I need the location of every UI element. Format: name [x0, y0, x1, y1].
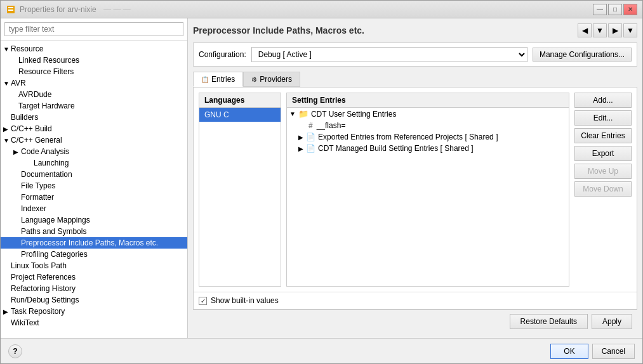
window-title: Properties for arv-nixie — — —	[20, 5, 593, 14]
cancel-button[interactable]: Cancel	[592, 344, 635, 359]
settings-header: Setting Entries	[287, 93, 569, 108]
tree-item-linux-tools[interactable]: ▶Linux Tools Path	[1, 260, 187, 271]
properties-window: Properties for arv-nixie — — — — □ ✕ ▼Re…	[0, 0, 643, 364]
config-label: Configuration:	[199, 50, 246, 59]
tab-entries[interactable]: 📋 Entries	[193, 72, 243, 87]
languages-pane: Languages GNU C	[199, 93, 281, 287]
export-button[interactable]: Export	[574, 146, 632, 161]
tree-item-preprocessor-include[interactable]: ▶Preprocessor Include Paths, Macros etc.	[1, 237, 187, 249]
tree-item-cpp-build[interactable]: ▶C/C++ Build	[1, 123, 187, 134]
cdt-managed-label: CDT Managed Build Setting Entries [ Shar…	[318, 144, 474, 153]
nav-dropdown-button[interactable]: ▼	[593, 23, 607, 37]
forward-dropdown-icon: ▼	[626, 26, 634, 35]
move-down-button[interactable]: Move Down	[574, 181, 632, 197]
setting-row-cdt-user[interactable]: ▼ 📁 CDT User Setting Entries	[287, 108, 569, 120]
help-button[interactable]: ?	[8, 344, 22, 358]
tree-item-avrdude[interactable]: AVRDude	[1, 89, 187, 100]
restore-defaults-button[interactable]: Restore Defaults	[510, 314, 588, 329]
window-icon	[6, 4, 16, 15]
tree-item-launching[interactable]: ▶Launching	[1, 157, 187, 169]
hash-icon: #	[308, 121, 313, 130]
tree-item-target-hardware[interactable]: Target Hardware	[1, 100, 187, 112]
maximize-button[interactable]: □	[608, 4, 622, 15]
svg-rect-2	[8, 10, 13, 11]
titlebar: Properties for arv-nixie — — — — □ ✕	[1, 1, 642, 18]
tree-item-profiling-categories[interactable]: ▶Profiling Categories	[1, 249, 187, 260]
tree-item-refactoring-history[interactable]: ▶Refactoring History	[1, 283, 187, 294]
minimize-button[interactable]: —	[593, 4, 607, 15]
cdt-user-label: CDT User Setting Entries	[311, 110, 397, 119]
tree-item-language-mappings[interactable]: ▶Language Mappings	[1, 214, 187, 226]
tree-item-run-debug[interactable]: ▶Run/Debug Settings	[1, 294, 187, 306]
tree-item-project-references[interactable]: ▶Project References	[1, 271, 187, 283]
expand-exported-icon: ▶	[298, 134, 303, 141]
providers-tab-label: Providers	[260, 75, 292, 84]
left-panel: ▼Resource Linked Resources Resource Filt…	[1, 18, 188, 338]
tree-item-avr[interactable]: ▼AVR	[1, 77, 187, 89]
edit-button[interactable]: Edit...	[574, 110, 632, 126]
tree-item-builders[interactable]: ▶Builders	[1, 112, 187, 123]
nav-forward-button[interactable]: ▶	[608, 23, 622, 37]
tree-item-linked-resources[interactable]: Linked Resources	[1, 55, 187, 66]
ok-button[interactable]: OK	[550, 344, 588, 359]
tree-item-formatter[interactable]: ▶Formatter	[1, 192, 187, 203]
main-content: ▼Resource Linked Resources Resource Filt…	[1, 18, 642, 338]
tree-item-cpp-general[interactable]: ▼C/C++ General	[1, 134, 187, 146]
setting-row-flash[interactable]: # __flash=	[287, 120, 569, 131]
tree: ▼Resource Linked Resources Resource Filt…	[1, 41, 187, 338]
tree-item-indexer[interactable]: ▶Indexer	[1, 203, 187, 214]
tabs: 📋 Entries ⚙ Providers	[193, 72, 637, 87]
window-controls: — □ ✕	[593, 4, 637, 15]
entries-area: Languages GNU C Setting Entries ▼ 📁 CDT …	[194, 88, 637, 292]
title-suffix: — — —	[103, 5, 131, 14]
panel-title: Preprocessor Include Paths, Macros etc.	[193, 25, 364, 36]
apply-button[interactable]: Apply	[592, 314, 632, 329]
tree-item-documentation[interactable]: ▶Documentation	[1, 169, 187, 180]
panel-header: Preprocessor Include Paths, Macros etc. …	[193, 23, 637, 37]
folder2-icon: 📄	[306, 133, 315, 141]
language-item-gnu-c[interactable]: GNU C	[199, 108, 281, 122]
config-row: Configuration: Debug [ Active ] Manage C…	[193, 42, 637, 67]
dropdown-arrow-icon: ▼	[596, 26, 604, 35]
entries-tab-label: Entries	[211, 75, 235, 84]
tree-item-resource-filters[interactable]: Resource Filters	[1, 66, 187, 77]
show-builtin-label: Show built-in values	[211, 296, 279, 305]
right-panel: Preprocessor Include Paths, Macros etc. …	[188, 18, 642, 338]
bottom-buttons: Restore Defaults Apply	[193, 309, 637, 333]
panel-nav: ◀ ▼ ▶ ▼	[578, 23, 637, 37]
move-up-button[interactable]: Move Up	[574, 164, 632, 179]
config-select[interactable]: Debug [ Active ]	[251, 47, 527, 62]
tab-providers[interactable]: ⚙ Providers	[243, 72, 300, 87]
forward-arrow-icon: ▶	[613, 26, 618, 35]
folder3-icon: 📄	[306, 144, 315, 153]
tree-item-resource[interactable]: ▼Resource	[1, 43, 187, 55]
tree-item-wikitext[interactable]: ▶WikiText	[1, 317, 187, 328]
show-builtin-row: ✓ Show built-in values	[194, 292, 637, 309]
setting-row-exported-entries[interactable]: ▶ 📄 Exported Entries from Referenced Pro…	[287, 131, 569, 143]
tree-item-task-repository[interactable]: ▶Task Repository	[1, 306, 187, 317]
settings-pane: Setting Entries ▼ 📁 CDT User Setting Ent…	[286, 93, 569, 287]
nav-forward-dropdown-button[interactable]: ▼	[623, 23, 637, 37]
title-text: Properties for arv-nixie	[20, 5, 96, 14]
close-button[interactable]: ✕	[623, 4, 637, 15]
expand-managed-icon: ▶	[298, 145, 303, 152]
tree-item-paths-symbols[interactable]: ▶Paths and Symbols	[1, 226, 187, 237]
languages-header: Languages	[199, 93, 281, 108]
svg-rect-1	[8, 7, 13, 8]
tab-content: Languages GNU C Setting Entries ▼ 📁 CDT …	[193, 87, 637, 309]
tree-item-file-types[interactable]: ▶File Types	[1, 180, 187, 192]
manage-configurations-button[interactable]: Manage Configurations...	[533, 48, 632, 62]
filter-bar	[1, 18, 187, 41]
footer: ? OK Cancel	[1, 338, 642, 363]
filter-input[interactable]	[4, 22, 183, 36]
add-button[interactable]: Add...	[574, 93, 632, 108]
clear-entries-button[interactable]: Clear Entries	[574, 128, 632, 143]
providers-tab-icon: ⚙	[251, 76, 257, 83]
nav-back-button[interactable]: ◀	[578, 23, 592, 37]
entries-tab-icon: 📋	[201, 76, 209, 83]
show-builtin-checkbox[interactable]: ✓	[199, 297, 207, 305]
setting-row-cdt-managed[interactable]: ▶ 📄 CDT Managed Build Setting Entries [ …	[287, 143, 569, 154]
tree-item-code-analysis[interactable]: ▶Code Analysis	[1, 146, 187, 157]
folder-icon: 📁	[298, 109, 308, 119]
flash-label: __flash=	[317, 121, 346, 130]
